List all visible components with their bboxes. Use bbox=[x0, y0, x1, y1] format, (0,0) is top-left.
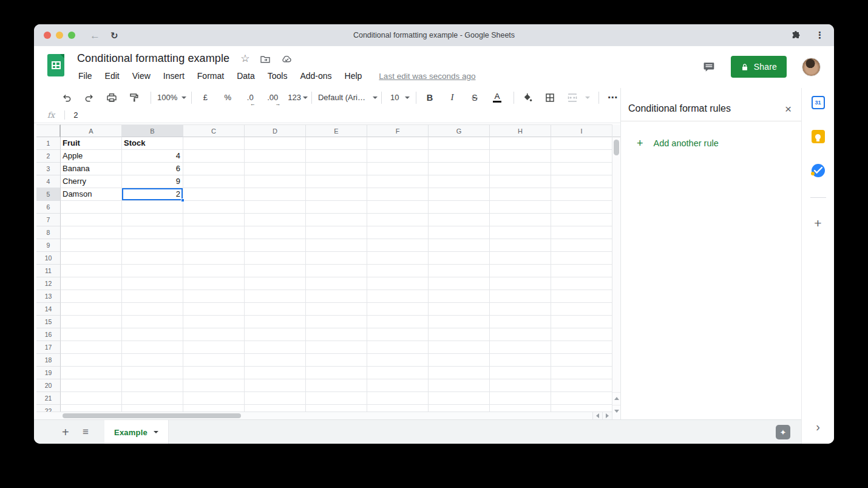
cell-D14[interactable] bbox=[245, 303, 306, 316]
cell-I16[interactable] bbox=[551, 328, 612, 341]
cell-E16[interactable] bbox=[306, 328, 367, 341]
cell-H3[interactable] bbox=[490, 163, 551, 175]
cell-C4[interactable] bbox=[183, 175, 245, 188]
cell-H11[interactable] bbox=[490, 265, 551, 277]
cell-H4[interactable] bbox=[490, 175, 551, 188]
format-percent-button[interactable]: % bbox=[220, 90, 235, 105]
cell-A15[interactable] bbox=[61, 316, 122, 328]
cell-F21[interactable] bbox=[367, 392, 429, 405]
cell-B7[interactable] bbox=[122, 214, 183, 226]
cell-B12[interactable] bbox=[122, 277, 183, 290]
cell-D10[interactable] bbox=[245, 252, 306, 265]
cell-I1[interactable] bbox=[551, 137, 612, 150]
cell-C18[interactable] bbox=[183, 354, 245, 367]
cell-A2[interactable]: Apple bbox=[61, 150, 122, 163]
cell-G19[interactable] bbox=[429, 367, 490, 379]
text-color-button[interactable]: A bbox=[490, 90, 504, 105]
sheet-tab-example[interactable]: Example bbox=[104, 420, 169, 444]
cell-A13[interactable] bbox=[61, 290, 122, 303]
cell-D2[interactable] bbox=[245, 150, 306, 163]
cell-G14[interactable] bbox=[429, 303, 490, 316]
last-edit-link[interactable]: Last edit was seconds ago bbox=[379, 72, 475, 81]
cell-B10[interactable] bbox=[122, 252, 183, 265]
cell-C16[interactable] bbox=[183, 328, 245, 341]
cell-C10[interactable] bbox=[183, 252, 245, 265]
font-size-select[interactable]: 10 bbox=[388, 90, 412, 105]
menu-help[interactable]: Help bbox=[345, 71, 362, 81]
strikethrough-button[interactable]: S bbox=[467, 90, 482, 105]
cell-B9[interactable] bbox=[122, 239, 183, 252]
cell-F12[interactable] bbox=[367, 277, 429, 290]
cell-I14[interactable] bbox=[551, 303, 612, 316]
cell-I4[interactable] bbox=[551, 175, 612, 188]
traffic-light-close[interactable] bbox=[44, 32, 51, 39]
cell-G10[interactable] bbox=[429, 252, 490, 265]
cell-B15[interactable] bbox=[122, 316, 183, 328]
column-header-G[interactable]: G bbox=[429, 124, 490, 137]
cell-H8[interactable] bbox=[490, 226, 551, 239]
column-header-I[interactable]: I bbox=[551, 124, 612, 137]
cell-A17[interactable] bbox=[61, 341, 122, 354]
formula-input[interactable]: 2 bbox=[73, 110, 78, 120]
cell-G13[interactable] bbox=[429, 290, 490, 303]
cell-G5[interactable] bbox=[429, 188, 490, 201]
cell-H20[interactable] bbox=[490, 379, 551, 392]
zoom-select[interactable]: 100% bbox=[157, 90, 186, 105]
cell-F10[interactable] bbox=[367, 252, 429, 265]
column-header-E[interactable]: E bbox=[306, 124, 367, 137]
cell-E11[interactable] bbox=[306, 265, 367, 277]
sheets-logo-icon[interactable] bbox=[47, 54, 64, 76]
cell-A10[interactable] bbox=[61, 252, 122, 265]
cell-C21[interactable] bbox=[183, 392, 245, 405]
cell-B2[interactable]: 4 bbox=[122, 150, 183, 163]
cell-C19[interactable] bbox=[183, 367, 245, 379]
row-header-9[interactable]: 9 bbox=[36, 239, 61, 252]
horizontal-scrollbar-thumb[interactable] bbox=[63, 413, 241, 418]
cell-D8[interactable] bbox=[245, 226, 306, 239]
column-header-B[interactable]: B bbox=[122, 124, 183, 137]
cell-C15[interactable] bbox=[183, 316, 245, 328]
cell-I13[interactable] bbox=[551, 290, 612, 303]
cell-E21[interactable] bbox=[306, 392, 367, 405]
row-header-16[interactable]: 16 bbox=[36, 328, 61, 341]
cell-B19[interactable] bbox=[122, 367, 183, 379]
vertical-scrollbar[interactable] bbox=[612, 124, 620, 419]
traffic-light-minimize[interactable] bbox=[56, 32, 63, 39]
row-header-5[interactable]: 5 bbox=[36, 188, 61, 201]
cell-D11[interactable] bbox=[245, 265, 306, 277]
cell-D22[interactable] bbox=[245, 405, 306, 412]
menu-format[interactable]: Format bbox=[197, 71, 224, 81]
cell-F5[interactable] bbox=[367, 188, 429, 201]
cell-D20[interactable] bbox=[245, 379, 306, 392]
cell-G6[interactable] bbox=[429, 201, 490, 214]
cell-I7[interactable] bbox=[551, 214, 612, 226]
cell-G2[interactable] bbox=[429, 150, 490, 163]
cell-E18[interactable] bbox=[306, 354, 367, 367]
menu-view[interactable]: View bbox=[132, 71, 151, 81]
column-header-D[interactable]: D bbox=[245, 124, 306, 137]
cell-G4[interactable] bbox=[429, 175, 490, 188]
cell-E12[interactable] bbox=[306, 277, 367, 290]
reload-icon[interactable]: ↻ bbox=[110, 31, 118, 40]
cell-C9[interactable] bbox=[183, 239, 245, 252]
cell-B16[interactable] bbox=[122, 328, 183, 341]
cell-D16[interactable] bbox=[245, 328, 306, 341]
cell-A14[interactable] bbox=[61, 303, 122, 316]
cell-D1[interactable] bbox=[245, 137, 306, 150]
cell-G11[interactable] bbox=[429, 265, 490, 277]
row-header-17[interactable]: 17 bbox=[36, 341, 61, 354]
cell-A7[interactable] bbox=[61, 214, 122, 226]
back-icon[interactable]: ← bbox=[90, 30, 100, 41]
cell-D19[interactable] bbox=[245, 367, 306, 379]
horizontal-scrollbar[interactable] bbox=[36, 412, 612, 419]
row-header-14[interactable]: 14 bbox=[36, 303, 61, 316]
cell-E4[interactable] bbox=[306, 175, 367, 188]
move-folder-icon[interactable] bbox=[260, 54, 271, 64]
fill-handle[interactable] bbox=[181, 198, 185, 202]
cell-E5[interactable] bbox=[306, 188, 367, 201]
cell-F2[interactable] bbox=[367, 150, 429, 163]
cell-C8[interactable] bbox=[183, 226, 245, 239]
menu-edit[interactable]: Edit bbox=[105, 71, 120, 81]
cell-F3[interactable] bbox=[367, 163, 429, 175]
cell-C3[interactable] bbox=[183, 163, 245, 175]
